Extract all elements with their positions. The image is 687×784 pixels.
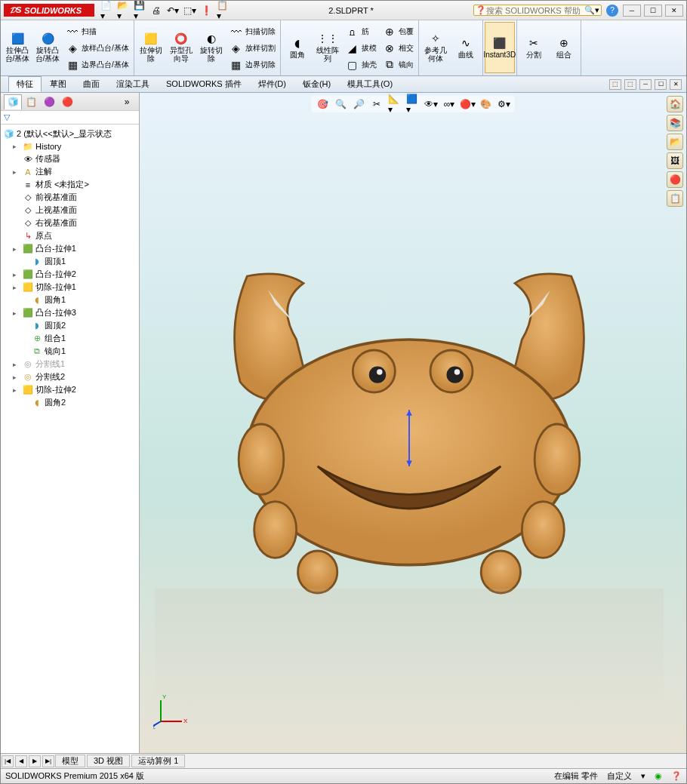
doc-min-button[interactable]: ─ bbox=[639, 79, 652, 90]
intersect-button[interactable]: ⊗相交 bbox=[380, 40, 417, 57]
zoom-area-icon[interactable]: 🔍 bbox=[334, 97, 347, 111]
open-icon[interactable]: 📂▾ bbox=[117, 5, 129, 17]
tree-combine1[interactable]: ⊕组合1 bbox=[2, 332, 137, 345]
doc-close-button[interactable]: ✕ bbox=[670, 79, 682, 90]
linear-pattern-button[interactable]: ⋮⋮线性阵列 bbox=[313, 22, 343, 73]
section-icon[interactable]: ✂ bbox=[370, 97, 384, 111]
tree-mirror1[interactable]: ⧉镜向1 bbox=[2, 345, 137, 358]
tab-sheetmetal[interactable]: 钣金(H) bbox=[294, 76, 339, 92]
scroll-first-icon[interactable]: |◀ bbox=[2, 755, 14, 767]
rebuild-icon[interactable]: ❗ bbox=[200, 5, 212, 17]
tab-weldments[interactable]: 焊件(D) bbox=[250, 76, 294, 92]
search-input[interactable] bbox=[486, 6, 584, 15]
tree-material[interactable]: ≡材质 <未指定> bbox=[2, 178, 137, 191]
minimize-button[interactable]: ─ bbox=[623, 5, 641, 17]
save-icon[interactable]: 💾▾ bbox=[134, 5, 146, 17]
btab-3dview[interactable]: 3D 视图 bbox=[87, 755, 130, 767]
filter-row[interactable]: ▽ bbox=[1, 111, 139, 125]
tree-front-plane[interactable]: ◇前视基准面 bbox=[2, 191, 137, 204]
tree-right-plane[interactable]: ◇右视基准面 bbox=[2, 217, 137, 229]
extrude-boss-button[interactable]: 🟦拉伸凸台/基体 bbox=[2, 22, 32, 73]
sweep-cut-button[interactable]: 〰扫描切除 bbox=[226, 23, 279, 40]
tab-moldtools[interactable]: 模具工具(O) bbox=[339, 76, 401, 92]
shell-button[interactable]: ▢抽壳 bbox=[343, 57, 380, 73]
scene-icon[interactable]: ∞▾ bbox=[442, 97, 456, 111]
settings-icon[interactable]: ⚙▾ bbox=[497, 97, 510, 111]
scroll-next-icon[interactable]: ▶ bbox=[29, 755, 41, 767]
expand-icon[interactable]: ▸ bbox=[13, 245, 20, 253]
status-rebuild-icon[interactable]: ❓ bbox=[671, 771, 682, 781]
help-icon[interactable]: ? bbox=[606, 5, 618, 17]
instant3d-button[interactable]: ⬛Instant3D bbox=[485, 22, 515, 73]
scroll-last-icon[interactable]: ▶| bbox=[42, 755, 54, 767]
revolve-cut-button[interactable]: ◐旋转切除 bbox=[196, 22, 226, 73]
doc-opt2-icon[interactable]: ⬚ bbox=[624, 79, 636, 90]
tree-splitline1[interactable]: ▸◎分割线1 bbox=[2, 358, 137, 370]
render-icon[interactable]: 🎨 bbox=[479, 97, 492, 111]
options-icon[interactable]: 📋▾ bbox=[217, 5, 229, 17]
select-icon[interactable]: ⬚▾ bbox=[183, 5, 196, 17]
expand-icon[interactable]: ▸ bbox=[13, 284, 20, 291]
tab-render[interactable]: 渲染工具 bbox=[108, 76, 158, 92]
tab-configmanager[interactable]: 🟣 bbox=[40, 94, 58, 109]
doc-opt-icon[interactable]: ⬚ bbox=[609, 79, 621, 90]
tree-splitline2[interactable]: ▸◎分割线2 bbox=[2, 370, 137, 383]
tree-top-plane[interactable]: ◇上视基准面 bbox=[2, 204, 137, 217]
hide-show-icon[interactable]: 👁▾ bbox=[424, 97, 438, 111]
boundary-cut-button[interactable]: ▦边界切除 bbox=[226, 57, 279, 73]
resources-icon[interactable]: 🏠 bbox=[667, 96, 683, 112]
tree-extrude2[interactable]: ▸🟩凸台-拉伸2 bbox=[2, 268, 137, 281]
boundary-button[interactable]: ▦边界凸台/基体 bbox=[63, 57, 132, 73]
expand-icon[interactable]: ▸ bbox=[13, 143, 20, 150]
split-button[interactable]: ✂分割 bbox=[519, 22, 549, 73]
tree-sensors[interactable]: 👁传感器 bbox=[2, 152, 137, 165]
hole-wizard-button[interactable]: ⭕异型孔向导 bbox=[166, 22, 196, 73]
btab-motion[interactable]: 运动算例 1 bbox=[131, 755, 185, 767]
tab-surface[interactable]: 曲面 bbox=[75, 76, 108, 92]
tab-propertymanager[interactable]: 📋 bbox=[22, 94, 40, 109]
expand-icon[interactable]: ▸ bbox=[13, 374, 20, 381]
expand-icon[interactable]: ▸ bbox=[13, 168, 20, 176]
tab-dimxpert[interactable]: 🔴 bbox=[58, 94, 76, 109]
revolve-boss-button[interactable]: 🔵旋转凸台/基体 bbox=[32, 22, 63, 73]
custom-props-icon[interactable]: 📋 bbox=[667, 190, 683, 207]
btab-model[interactable]: 模型 bbox=[55, 755, 85, 767]
tab-feature[interactable]: 特征 bbox=[8, 76, 42, 92]
expand-icon[interactable]: ▸ bbox=[13, 386, 20, 394]
loft-button[interactable]: ◈放样凸台/基体 bbox=[63, 40, 132, 57]
tree-extrude1[interactable]: ▸🟩凸台-拉伸1 bbox=[2, 242, 137, 255]
tree-dome2[interactable]: ◗圆顶2 bbox=[2, 319, 137, 332]
appearances-icon[interactable]: 🔴 bbox=[667, 171, 683, 188]
expand-icon[interactable]: ▸ bbox=[13, 361, 20, 368]
tree-history[interactable]: ▸📁History bbox=[2, 140, 137, 152]
tree-annotations[interactable]: ▸A注解 bbox=[2, 165, 137, 178]
expand-icon[interactable]: ▸ bbox=[13, 309, 20, 317]
3d-viewport[interactable]: 🎯 🔍 🔎 ✂ 📐▾ 🟦▾ 👁▾ ∞▾ 🔴▾ 🎨 ⚙▾ 🏠 📚 📂 🖼 🔴 📋 bbox=[140, 93, 686, 753]
scroll-prev-icon[interactable]: ◀ bbox=[15, 755, 27, 767]
close-button[interactable]: ✕ bbox=[665, 5, 683, 17]
extrude-cut-button[interactable]: 🟨拉伸切除 bbox=[136, 22, 166, 73]
tree-fillet2[interactable]: ◖圆角2 bbox=[2, 396, 137, 409]
maximize-button[interactable]: ☐ bbox=[644, 5, 662, 17]
expand-icon[interactable]: ▸ bbox=[13, 271, 20, 278]
display-style-icon[interactable]: 🟦▾ bbox=[406, 97, 420, 111]
tree-root[interactable]: 🧊2 (默认<<默认>_显示状态 bbox=[2, 128, 137, 140]
zoom-fit-icon[interactable]: 🎯 bbox=[316, 97, 329, 111]
tree-cut1[interactable]: ▸🟨切除-拉伸1 bbox=[2, 281, 137, 294]
reference-geometry-button[interactable]: ✧参考几何体 bbox=[421, 22, 451, 73]
help-search[interactable]: ❓ 🔍▾ bbox=[473, 5, 602, 16]
print-icon[interactable]: 🖨 bbox=[150, 5, 162, 17]
tab-addins[interactable]: SOLIDWORKS 插件 bbox=[158, 76, 250, 92]
file-explorer-icon[interactable]: 📂 bbox=[667, 134, 683, 150]
tree-origin[interactable]: ↳原点 bbox=[2, 229, 137, 242]
curves-button[interactable]: ∿曲线 bbox=[451, 22, 481, 73]
loft-cut-button[interactable]: ◈放样切割 bbox=[226, 40, 279, 57]
status-flag-icon[interactable]: ◉ bbox=[655, 771, 662, 781]
combine-button[interactable]: ⊕组合 bbox=[549, 22, 579, 73]
wrap-button[interactable]: ⊕包覆 bbox=[380, 23, 417, 40]
tree-extrude3[interactable]: ▸🟩凸台-拉伸3 bbox=[2, 306, 137, 319]
rib-button[interactable]: ⩍筋 bbox=[343, 23, 380, 40]
tree-dome1[interactable]: ◗圆顶1 bbox=[2, 255, 137, 268]
view-triad[interactable]: Y X Z bbox=[153, 691, 191, 729]
view-palette-icon[interactable]: 🖼 bbox=[667, 152, 683, 169]
